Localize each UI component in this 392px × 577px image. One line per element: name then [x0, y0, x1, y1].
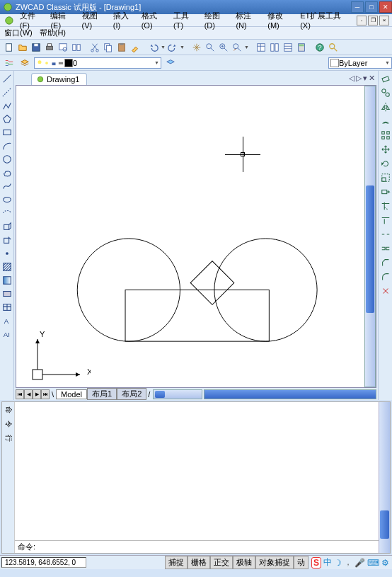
copy-tool[interactable] — [379, 86, 392, 99]
ime-lang[interactable]: 中 — [323, 556, 332, 569]
polygon-tool[interactable] — [1, 113, 13, 125]
redo-button[interactable] — [166, 41, 179, 54]
fillet-tool[interactable] — [379, 270, 392, 283]
menu-insert[interactable]: 插入(I) — [113, 11, 136, 30]
trim-tool[interactable] — [379, 200, 392, 212]
hatch-tool[interactable] — [1, 261, 13, 273]
menu-help[interactable]: 帮助(H) — [40, 28, 66, 38]
make-block-tool[interactable] — [1, 234, 13, 246]
array-tool[interactable] — [379, 129, 392, 142]
hscroll-right[interactable] — [204, 389, 376, 399]
print-preview-button[interactable] — [57, 41, 69, 54]
ellipse-arc-tool[interactable] — [1, 207, 13, 219]
snap-toggle[interactable]: 捕捉 — [165, 556, 188, 569]
tab-next-icon[interactable]: ▷ — [356, 74, 362, 83]
moon-icon[interactable]: ☽ — [334, 558, 342, 568]
layer-manager-button[interactable] — [18, 57, 31, 69]
menu-draw[interactable]: 绘图(D) — [204, 11, 231, 30]
undo-button[interactable] — [147, 41, 160, 54]
pan-button[interactable] — [190, 41, 203, 54]
command-history[interactable] — [15, 402, 379, 540]
properties-button[interactable] — [255, 41, 267, 54]
ellipse-tool[interactable] — [1, 193, 13, 206]
layer-previous-button[interactable] — [164, 57, 177, 69]
point-tool[interactable] — [1, 247, 13, 260]
polar-toggle[interactable]: 极轴 — [233, 556, 255, 569]
join-tool[interactable] — [379, 242, 392, 255]
new-button[interactable] — [3, 41, 16, 54]
maximize-button[interactable]: □ — [365, 1, 378, 13]
explode-tool[interactable] — [379, 285, 392, 297]
menu-dim[interactable]: 标注(N) — [236, 11, 262, 30]
rotate-tool[interactable] — [379, 157, 392, 170]
ortho-toggle[interactable]: 正交 — [210, 556, 233, 569]
scale-tool[interactable] — [379, 171, 392, 184]
save-button[interactable] — [30, 41, 42, 54]
move-tool[interactable] — [379, 143, 392, 156]
gradient-tool[interactable] — [1, 274, 13, 287]
menu-file[interactable]: 文件(F) — [20, 11, 45, 30]
chamfer-tool[interactable] — [379, 256, 392, 269]
arc-tool[interactable] — [1, 139, 13, 152]
vertical-scrollbar[interactable] — [364, 86, 376, 387]
layout-last-button[interactable]: ⏭ — [41, 389, 50, 399]
help-button[interactable]: ? — [313, 41, 326, 54]
rectangle-tool[interactable] — [1, 126, 13, 139]
stretch-tool[interactable] — [379, 185, 392, 198]
ime-icon[interactable]: S — [311, 557, 321, 569]
text-tool[interactable]: AI — [1, 328, 13, 341]
erase-tool[interactable] — [379, 72, 392, 85]
open-button[interactable] — [16, 41, 29, 54]
layer-filter-button[interactable] — [3, 57, 16, 69]
command-line[interactable]: 命令: — [15, 540, 379, 553]
print-button[interactable] — [43, 41, 56, 54]
document-tab[interactable]: Drawing1 — [31, 73, 87, 85]
calc-button[interactable] — [295, 41, 308, 54]
drawing-canvas[interactable]: X Y — [16, 86, 364, 387]
coordinate-display[interactable]: 123.5819, 648.6552, 0 — [1, 557, 86, 568]
menu-format[interactable]: 格式(O) — [142, 11, 168, 30]
cmd-vscroll[interactable] — [379, 402, 390, 553]
copy-button[interactable] — [102, 41, 115, 54]
dyn-toggle[interactable]: 动 — [294, 556, 309, 569]
layout-tab-1[interactable]: 布局1 — [87, 388, 117, 400]
circle-tool[interactable] — [1, 153, 13, 166]
design-center-button[interactable] — [268, 41, 281, 54]
layout-first-button[interactable]: ⏮ — [16, 389, 24, 399]
menu-modify[interactable]: 修改(M) — [267, 11, 294, 30]
menu-tools[interactable]: 工具(T) — [173, 11, 199, 30]
layout-prev-button[interactable]: ◀ — [24, 389, 33, 399]
cut-button[interactable] — [88, 41, 101, 54]
hscroll-left[interactable] — [153, 389, 202, 399]
search-button[interactable] — [327, 41, 340, 54]
spline-tool[interactable] — [1, 180, 13, 193]
mdi-close[interactable]: × — [379, 16, 389, 25]
region-tool[interactable] — [1, 287, 13, 300]
menu-view[interactable]: 视图(V) — [82, 11, 108, 30]
gear-icon[interactable]: ⚙ — [381, 558, 389, 568]
mic-icon[interactable]: 🎤 — [354, 558, 365, 568]
tab-prev-icon[interactable]: ◁ — [349, 74, 354, 83]
person-icon[interactable]: ， — [344, 556, 352, 569]
break-tool[interactable] — [379, 228, 392, 241]
layer-dropdown[interactable]: 0 ▼ — [34, 57, 161, 69]
offset-tool[interactable] — [379, 115, 392, 127]
zoom-dropdown-icon[interactable]: ▼ — [244, 45, 249, 50]
mdi-restore[interactable]: ❐ — [368, 16, 378, 25]
keyboard-icon[interactable]: ⌨ — [367, 558, 379, 568]
mirror-tool[interactable] — [379, 101, 392, 113]
zoom-window-button[interactable] — [217, 41, 230, 54]
layout-tab-2[interactable]: 布局2 — [117, 388, 146, 400]
revcloud-tool[interactable] — [1, 166, 13, 179]
zoom-previous-button[interactable] — [231, 41, 243, 54]
matchprop-button[interactable] — [129, 41, 142, 54]
color-dropdown[interactable]: ByLayer ▼ — [328, 57, 392, 69]
grid-toggle[interactable]: 栅格 — [188, 556, 210, 569]
extend-tool[interactable] — [379, 214, 392, 227]
tab-close-icon[interactable]: ✕ — [369, 74, 375, 83]
publish-button[interactable] — [70, 41, 83, 54]
zoom-realtime-button[interactable] — [204, 41, 217, 54]
tool-palette-button[interactable] — [282, 41, 294, 54]
tab-menu-icon[interactable]: ▾ — [363, 74, 367, 83]
insert-block-tool[interactable] — [1, 220, 13, 233]
